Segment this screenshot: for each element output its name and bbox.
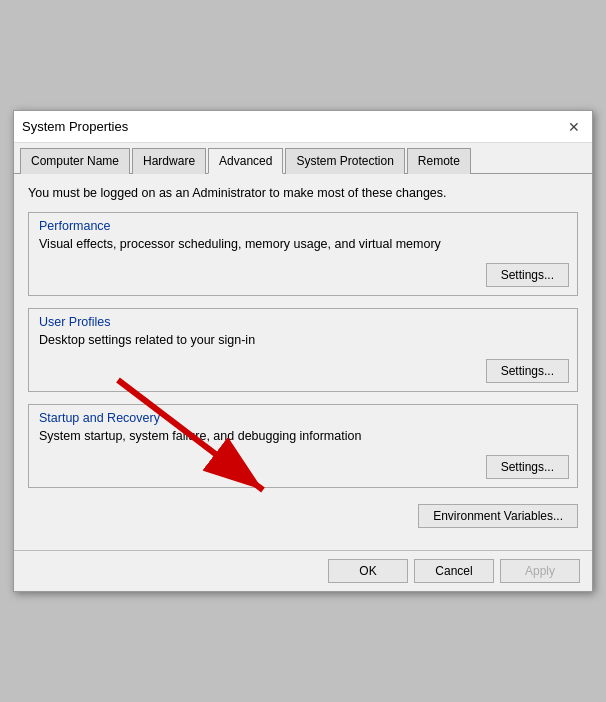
window-title: System Properties [22, 119, 128, 134]
ok-button[interactable]: OK [328, 559, 408, 583]
system-properties-window: System Properties ✕ Computer Name Hardwa… [13, 110, 593, 592]
tabs-bar: Computer Name Hardware Advanced System P… [14, 143, 592, 174]
env-variables-btn-row: Environment Variables... [28, 500, 578, 538]
performance-title: Performance [29, 213, 577, 235]
tab-hardware[interactable]: Hardware [132, 148, 206, 174]
bottom-bar: OK Cancel Apply [14, 550, 592, 591]
startup-recovery-section: Startup and Recovery System startup, sys… [28, 404, 578, 488]
user-profiles-desc: Desktop settings related to your sign-in [29, 331, 577, 355]
user-profiles-section: User Profiles Desktop settings related t… [28, 308, 578, 392]
startup-recovery-desc: System startup, system failure, and debu… [29, 427, 577, 451]
title-bar: System Properties ✕ [14, 111, 592, 143]
startup-recovery-btn-row: Settings... [29, 451, 577, 487]
performance-btn-row: Settings... [29, 259, 577, 295]
user-profiles-btn-row: Settings... [29, 355, 577, 391]
environment-variables-button[interactable]: Environment Variables... [418, 504, 578, 528]
tab-computer-name[interactable]: Computer Name [20, 148, 130, 174]
warning-text: You must be logged on as an Administrato… [28, 186, 578, 200]
apply-button[interactable]: Apply [500, 559, 580, 583]
cancel-button[interactable]: Cancel [414, 559, 494, 583]
tab-advanced[interactable]: Advanced [208, 148, 283, 174]
startup-recovery-title: Startup and Recovery [29, 405, 577, 427]
close-button[interactable]: ✕ [564, 117, 584, 137]
tab-system-protection[interactable]: System Protection [285, 148, 404, 174]
performance-section: Performance Visual effects, processor sc… [28, 212, 578, 296]
tab-remote[interactable]: Remote [407, 148, 471, 174]
performance-desc: Visual effects, processor scheduling, me… [29, 235, 577, 259]
startup-recovery-settings-button[interactable]: Settings... [486, 455, 569, 479]
env-section: Environment Variables... [28, 500, 578, 538]
user-profiles-settings-button[interactable]: Settings... [486, 359, 569, 383]
user-profiles-title: User Profiles [29, 309, 577, 331]
performance-settings-button[interactable]: Settings... [486, 263, 569, 287]
tab-content: You must be logged on as an Administrato… [14, 174, 592, 550]
